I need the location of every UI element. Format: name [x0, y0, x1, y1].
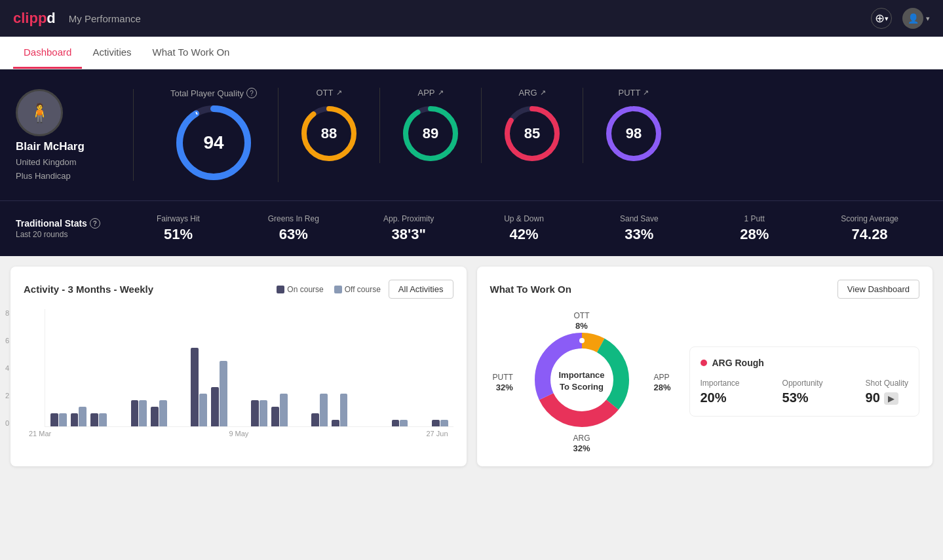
tab-activities[interactable]: Activities — [82, 37, 142, 69]
ring-total: 94 — [174, 103, 253, 182]
score-putt: PUTT ↗ 98 — [583, 88, 684, 163]
all-activities-button[interactable]: All Activities — [389, 280, 453, 299]
svg-point-19 — [540, 377, 545, 383]
header-title: My Performance — [69, 13, 141, 24]
scores-container: Total Player Quality ? 94 OTT ↗ — [149, 88, 927, 182]
arg-dot-icon — [701, 360, 707, 366]
bottom-section: Activity - 3 Months - Weekly On course O… — [0, 256, 943, 477]
label-app: APP 28% — [653, 371, 670, 392]
tabs: Dashboard Activities What To Work On — [0, 37, 943, 69]
bar-off-course — [159, 400, 167, 426]
donut-section: OTT 8% APP 28% ARG 32% PUTT — [490, 309, 920, 453]
logo: clippd — [13, 10, 56, 27]
bar-off-course — [220, 361, 227, 426]
bar-off-course — [59, 413, 67, 426]
arg-metric-shotquality: Shot Quality 90 ▶ — [866, 379, 908, 405]
chart-wrapper: 8 6 4 2 0 — [24, 309, 453, 427]
view-dashboard-button[interactable]: View Dashboard — [837, 280, 919, 299]
bar-on-course — [50, 413, 58, 426]
bar-group — [432, 420, 448, 426]
ring-value-putt: 98 — [626, 125, 642, 142]
info-icon-trad[interactable]: ? — [90, 218, 100, 229]
bar-on-course — [151, 407, 159, 426]
stat-sandsave: Sand Save 33% — [581, 214, 697, 243]
add-button[interactable]: ⊕ ▾ — [871, 8, 892, 29]
tab-what-to-work-on[interactable]: What To Work On — [142, 37, 241, 69]
arg-detail-title: ARG Rough — [701, 358, 909, 368]
bar-group — [311, 394, 328, 426]
score-ott: OTT ↗ 88 — [279, 88, 380, 163]
bar-group — [251, 400, 267, 426]
bar-group — [271, 394, 288, 426]
bar-off-course — [199, 394, 207, 426]
bar-off-course — [440, 420, 448, 426]
putt-arrow-icon: ↗ — [643, 88, 649, 97]
ring-app: 89 — [401, 104, 460, 163]
bar-off-course — [280, 394, 288, 426]
putt-label: PUTT ↗ — [619, 88, 649, 98]
legend-off-course: Off course — [334, 285, 381, 294]
arg-label: ARG ↗ — [518, 88, 545, 98]
traditional-stats: Traditional Stats ? Last 20 rounds Fairw… — [0, 200, 943, 256]
bar-on-course — [271, 407, 279, 426]
legend-dot-on — [277, 286, 284, 293]
bar-on-course — [90, 413, 98, 426]
ring-value-ott: 88 — [321, 125, 337, 142]
bar-off-course — [400, 420, 408, 426]
bar-group — [332, 394, 348, 426]
score-arg: ARG ↗ 85 — [482, 88, 583, 163]
donut-with-labels: OTT 8% APP 28% ARG 32% PUTT — [490, 309, 674, 453]
bar-on-course — [211, 387, 219, 426]
ring-value-total: 94 — [203, 132, 223, 153]
activity-chart-title: Activity - 3 Months - Weekly — [24, 284, 153, 295]
bar-group — [50, 413, 67, 426]
arg-metric-opportunity: Opportunity 53% — [782, 379, 823, 405]
bar-off-course — [79, 407, 87, 426]
info-icon-total[interactable]: ? — [246, 88, 257, 98]
bar-off-course — [340, 394, 348, 426]
player-info: 🧍 Blair McHarg United Kingdom Plus Handi… — [16, 89, 134, 181]
bar-off-course — [139, 400, 147, 426]
ring-ott: 88 — [299, 104, 358, 163]
avatar-button[interactable]: 👤 ▾ — [902, 8, 930, 29]
y-axis: 8 6 4 2 0 — [5, 309, 9, 427]
legend-dot-off — [334, 286, 342, 293]
header-right: ⊕ ▾ 👤 ▾ — [871, 8, 930, 29]
activity-card-header: Activity - 3 Months - Weekly On course O… — [24, 280, 453, 299]
hero-section: 🧍 Blair McHarg United Kingdom Plus Handi… — [0, 69, 943, 200]
ring-value-app: 89 — [423, 125, 438, 142]
bar-on-course — [392, 420, 400, 426]
bar-on-course — [311, 413, 319, 426]
tab-dashboard[interactable]: Dashboard — [13, 37, 82, 69]
trad-stats-title: Traditional Stats ? — [16, 218, 121, 229]
svg-point-16 — [579, 338, 585, 343]
bar-on-course — [131, 400, 139, 426]
player-handicap: Plus Handicap — [16, 171, 71, 181]
ring-putt: 98 — [604, 104, 663, 163]
total-quality-label: Total Player Quality ? — [170, 88, 257, 98]
plus-icon: ⊕ — [875, 11, 885, 26]
app-arrow-icon: ↗ — [438, 88, 444, 97]
label-putt: PUTT 32% — [493, 371, 513, 392]
donut-svg-container: ImportanceTo Scoring — [529, 327, 634, 435]
stat-updown: Up & Down 42% — [467, 214, 582, 243]
shot-quality-badge: ▶ — [884, 392, 898, 405]
bar-on-course — [71, 413, 79, 426]
avatar: 👤 — [902, 8, 923, 29]
bar-group — [151, 400, 167, 426]
legend-on-course: On course — [277, 285, 323, 294]
bar-off-course — [320, 394, 328, 426]
chart-area: 8 6 4 2 0 21 Mar 9 May 27 Jun — [24, 309, 453, 440]
bar-off-course — [99, 413, 107, 426]
bar-group — [71, 407, 87, 426]
activity-card: Activity - 3 Months - Weekly On course O… — [10, 267, 467, 466]
ring-arg: 85 — [503, 104, 562, 163]
bar-off-course — [260, 400, 267, 426]
donut-center-label: ImportanceTo Scoring — [558, 369, 604, 393]
x-axis: 21 Mar 9 May 27 Jun — [24, 427, 453, 438]
stat-fairways: Fairways Hit 51% — [121, 214, 236, 243]
ott-label: OTT ↗ — [317, 88, 342, 98]
logo-text: clippd — [13, 10, 56, 27]
bar-on-course — [432, 420, 440, 426]
svg-point-17 — [616, 387, 621, 392]
